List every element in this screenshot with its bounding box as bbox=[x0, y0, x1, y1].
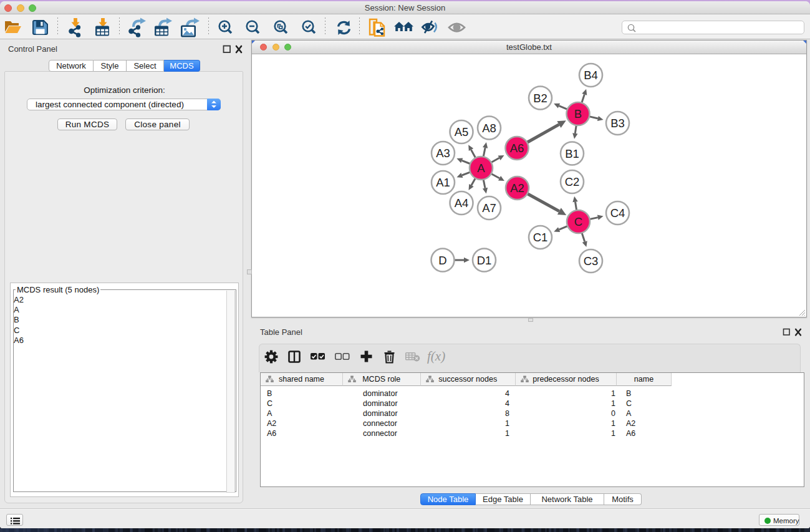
svg-text:C4: C4 bbox=[610, 206, 625, 220]
svg-text:A5: A5 bbox=[455, 125, 469, 138]
svg-text:A6: A6 bbox=[510, 142, 524, 155]
svg-text:D: D bbox=[438, 254, 446, 267]
svg-text:B3: B3 bbox=[610, 117, 625, 130]
svg-text:A3: A3 bbox=[436, 147, 450, 160]
svg-text:A7: A7 bbox=[482, 201, 496, 215]
svg-text:B: B bbox=[574, 107, 582, 120]
svg-text:B4: B4 bbox=[584, 69, 598, 82]
svg-text:B2: B2 bbox=[533, 92, 547, 105]
svg-text:A2: A2 bbox=[510, 181, 524, 195]
svg-text:D1: D1 bbox=[477, 254, 492, 267]
svg-text:C: C bbox=[574, 215, 582, 228]
svg-text:A: A bbox=[477, 162, 485, 175]
svg-text:C2: C2 bbox=[565, 175, 580, 188]
svg-text:A1: A1 bbox=[436, 176, 450, 189]
svg-text:A8: A8 bbox=[482, 122, 496, 135]
svg-text:C1: C1 bbox=[533, 231, 548, 244]
svg-text:A4: A4 bbox=[455, 196, 469, 210]
svg-text:C3: C3 bbox=[584, 254, 599, 268]
svg-text:B1: B1 bbox=[565, 147, 579, 160]
